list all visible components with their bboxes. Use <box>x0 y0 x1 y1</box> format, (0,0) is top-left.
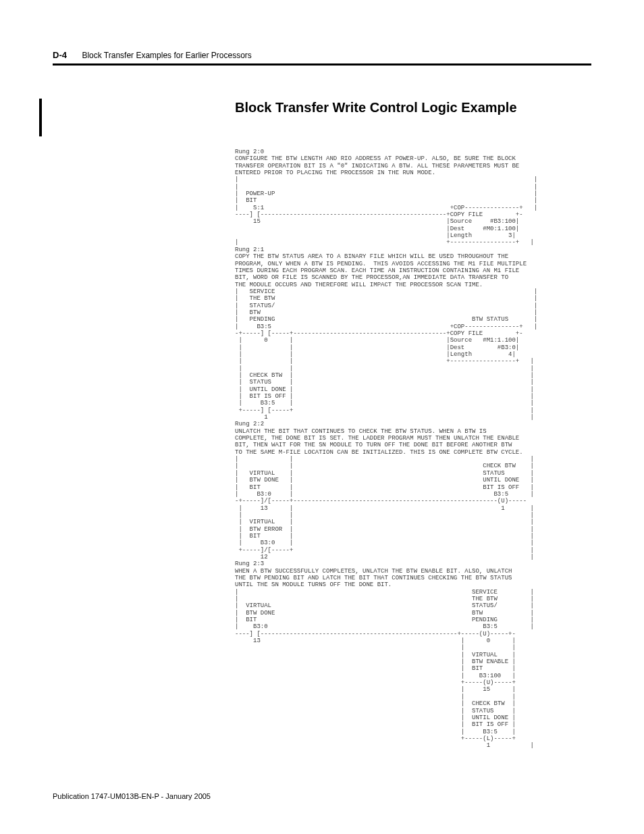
revision-bar <box>39 99 42 136</box>
publication-footer: Publication 1747-UM013B-EN-P - January 2… <box>53 792 211 800</box>
chapter-title: Block Transfer Examples for Earlier Proc… <box>82 51 251 60</box>
header-rule <box>53 63 591 66</box>
ladder-logic-listing: Rung 2:0 CONFIGURE THE BTW LENGTH AND RI… <box>235 149 599 750</box>
page-header: D-4 Block Transfer Examples for Earlier … <box>0 49 644 61</box>
page-number: D-4 <box>53 50 67 60</box>
section-title: Block Transfer Write Control Logic Examp… <box>235 100 517 115</box>
